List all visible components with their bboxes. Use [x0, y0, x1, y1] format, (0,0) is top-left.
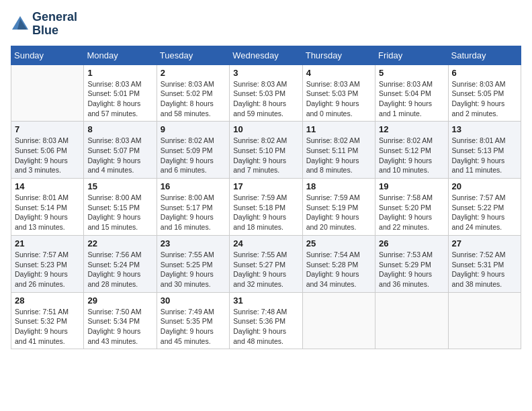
day-info: Sunrise: 7:55 AMSunset: 5:25 PMDaylight:… [161, 250, 226, 289]
day-number: 10 [233, 124, 298, 134]
day-number: 31 [233, 295, 298, 306]
day-number: 20 [452, 181, 517, 191]
calendar-cell: 22Sunrise: 7:56 AMSunset: 5:24 PMDayligh… [84, 235, 157, 292]
day-info: Sunrise: 7:54 AMSunset: 5:28 PMDaylight:… [306, 250, 371, 289]
day-number: 15 [87, 181, 152, 191]
calendar-cell: 11Sunrise: 8:02 AMSunset: 5:11 PMDayligh… [302, 122, 375, 179]
day-info: Sunrise: 7:58 AMSunset: 5:20 PMDaylight:… [379, 193, 444, 232]
day-number: 8 [87, 124, 152, 134]
day-number: 26 [379, 238, 444, 248]
day-number: 25 [306, 238, 371, 248]
logo: General Blue [11, 11, 77, 38]
calendar-cell: 25Sunrise: 7:54 AMSunset: 5:28 PMDayligh… [302, 235, 375, 292]
day-info: Sunrise: 8:02 AMSunset: 5:09 PMDaylight:… [161, 136, 226, 175]
calendar-cell: 2Sunrise: 8:03 AMSunset: 5:02 PMDaylight… [157, 64, 229, 122]
calendar-week-1: 1Sunrise: 8:03 AMSunset: 5:01 PMDaylight… [11, 64, 521, 122]
header-sunday: Sunday [11, 46, 84, 64]
day-info: Sunrise: 7:52 AMSunset: 5:31 PMDaylight:… [452, 250, 517, 289]
day-number: 13 [452, 124, 517, 134]
calendar-week-4: 21Sunrise: 7:57 AMSunset: 5:23 PMDayligh… [11, 235, 521, 292]
day-info: Sunrise: 7:59 AMSunset: 5:18 PMDaylight:… [233, 193, 298, 232]
calendar-cell: 10Sunrise: 8:02 AMSunset: 5:10 PMDayligh… [230, 122, 302, 179]
day-number: 30 [161, 295, 226, 306]
day-info: Sunrise: 7:49 AMSunset: 5:35 PMDaylight:… [161, 307, 226, 347]
calendar-cell: 6Sunrise: 8:03 AMSunset: 5:05 PMDaylight… [448, 64, 521, 122]
day-info: Sunrise: 8:03 AMSunset: 5:01 PMDaylight:… [87, 79, 152, 119]
calendar-cell [375, 292, 448, 349]
day-number: 2 [161, 68, 226, 78]
day-number: 22 [87, 238, 152, 248]
calendar-cell [302, 292, 375, 349]
day-number: 14 [15, 181, 80, 191]
day-number: 23 [161, 238, 226, 248]
calendar-cell: 18Sunrise: 7:59 AMSunset: 5:19 PMDayligh… [302, 179, 375, 236]
calendar-cell: 12Sunrise: 8:02 AMSunset: 5:12 PMDayligh… [375, 122, 448, 179]
day-info: Sunrise: 7:57 AMSunset: 5:23 PMDaylight:… [15, 250, 80, 289]
calendar-week-2: 7Sunrise: 8:03 AMSunset: 5:06 PMDaylight… [11, 122, 521, 179]
day-info: Sunrise: 8:03 AMSunset: 5:02 PMDaylight:… [161, 79, 226, 119]
calendar-cell: 8Sunrise: 8:03 AMSunset: 5:07 PMDaylight… [84, 122, 157, 179]
calendar-cell: 3Sunrise: 8:03 AMSunset: 5:03 PMDaylight… [230, 64, 302, 122]
calendar-cell [11, 64, 84, 122]
calendar-cell: 13Sunrise: 8:01 AMSunset: 5:13 PMDayligh… [448, 122, 521, 179]
day-info: Sunrise: 7:50 AMSunset: 5:34 PMDaylight:… [87, 307, 152, 347]
calendar-cell: 4Sunrise: 8:03 AMSunset: 5:03 PMDaylight… [302, 64, 375, 122]
day-number: 6 [452, 68, 517, 78]
day-info: Sunrise: 8:01 AMSunset: 5:13 PMDaylight:… [452, 136, 517, 175]
calendar-header-row: SundayMondayTuesdayWednesdayThursdayFrid… [11, 46, 521, 64]
day-number: 7 [15, 124, 80, 134]
day-number: 28 [15, 295, 80, 306]
day-info: Sunrise: 7:55 AMSunset: 5:27 PMDaylight:… [233, 250, 298, 289]
header-friday: Friday [375, 46, 448, 64]
header-monday: Monday [84, 46, 157, 64]
day-info: Sunrise: 7:48 AMSunset: 5:36 PMDaylight:… [233, 307, 298, 347]
day-info: Sunrise: 8:02 AMSunset: 5:10 PMDaylight:… [233, 136, 298, 175]
day-number: 12 [379, 124, 444, 134]
day-number: 1 [87, 68, 152, 78]
calendar-cell: 1Sunrise: 8:03 AMSunset: 5:01 PMDaylight… [84, 64, 157, 122]
calendar-cell: 28Sunrise: 7:51 AMSunset: 5:32 PMDayligh… [11, 292, 84, 349]
day-info: Sunrise: 7:53 AMSunset: 5:29 PMDaylight:… [379, 250, 444, 289]
calendar-cell [448, 292, 521, 349]
day-info: Sunrise: 8:02 AMSunset: 5:12 PMDaylight:… [379, 136, 444, 175]
day-number: 17 [233, 181, 298, 191]
day-info: Sunrise: 8:00 AMSunset: 5:15 PMDaylight:… [87, 193, 152, 232]
day-number: 29 [87, 295, 152, 306]
calendar-table: SundayMondayTuesdayWednesdayThursdayFrid… [11, 46, 521, 350]
day-number: 3 [233, 68, 298, 78]
calendar-cell: 7Sunrise: 8:03 AMSunset: 5:06 PMDaylight… [11, 122, 84, 179]
calendar-cell: 16Sunrise: 8:00 AMSunset: 5:17 PMDayligh… [157, 179, 229, 236]
calendar-cell: 26Sunrise: 7:53 AMSunset: 5:29 PMDayligh… [375, 235, 448, 292]
calendar-cell: 31Sunrise: 7:48 AMSunset: 5:36 PMDayligh… [230, 292, 302, 349]
header-wednesday: Wednesday [230, 46, 302, 64]
day-info: Sunrise: 8:03 AMSunset: 5:03 PMDaylight:… [306, 79, 371, 119]
day-info: Sunrise: 7:59 AMSunset: 5:19 PMDaylight:… [306, 193, 371, 232]
header-saturday: Saturday [448, 46, 521, 64]
day-number: 9 [161, 124, 226, 134]
day-info: Sunrise: 7:56 AMSunset: 5:24 PMDaylight:… [87, 250, 152, 289]
calendar-cell: 19Sunrise: 7:58 AMSunset: 5:20 PMDayligh… [375, 179, 448, 236]
day-info: Sunrise: 8:00 AMSunset: 5:17 PMDaylight:… [161, 193, 226, 232]
logo-icon [11, 15, 30, 34]
calendar-cell: 20Sunrise: 7:57 AMSunset: 5:22 PMDayligh… [448, 179, 521, 236]
day-info: Sunrise: 8:03 AMSunset: 5:04 PMDaylight:… [379, 79, 444, 119]
calendar-cell: 5Sunrise: 8:03 AMSunset: 5:04 PMDaylight… [375, 64, 448, 122]
page-header: General Blue [11, 11, 521, 38]
calendar-week-5: 28Sunrise: 7:51 AMSunset: 5:32 PMDayligh… [11, 292, 521, 349]
day-number: 21 [15, 238, 80, 248]
day-number: 27 [452, 238, 517, 248]
day-number: 5 [379, 68, 444, 78]
day-info: Sunrise: 7:51 AMSunset: 5:32 PMDaylight:… [15, 307, 80, 347]
calendar-cell: 14Sunrise: 8:01 AMSunset: 5:14 PMDayligh… [11, 179, 84, 236]
logo-text: General Blue [32, 11, 77, 38]
day-number: 24 [233, 238, 298, 248]
day-info: Sunrise: 7:57 AMSunset: 5:22 PMDaylight:… [452, 193, 517, 232]
day-number: 4 [306, 68, 371, 78]
day-info: Sunrise: 8:03 AMSunset: 5:07 PMDaylight:… [87, 136, 152, 175]
day-number: 18 [306, 181, 371, 191]
day-info: Sunrise: 8:02 AMSunset: 5:11 PMDaylight:… [306, 136, 371, 175]
calendar-cell: 15Sunrise: 8:00 AMSunset: 5:15 PMDayligh… [84, 179, 157, 236]
day-info: Sunrise: 8:03 AMSunset: 5:03 PMDaylight:… [233, 79, 298, 119]
day-number: 11 [306, 124, 371, 134]
calendar-cell: 24Sunrise: 7:55 AMSunset: 5:27 PMDayligh… [230, 235, 302, 292]
